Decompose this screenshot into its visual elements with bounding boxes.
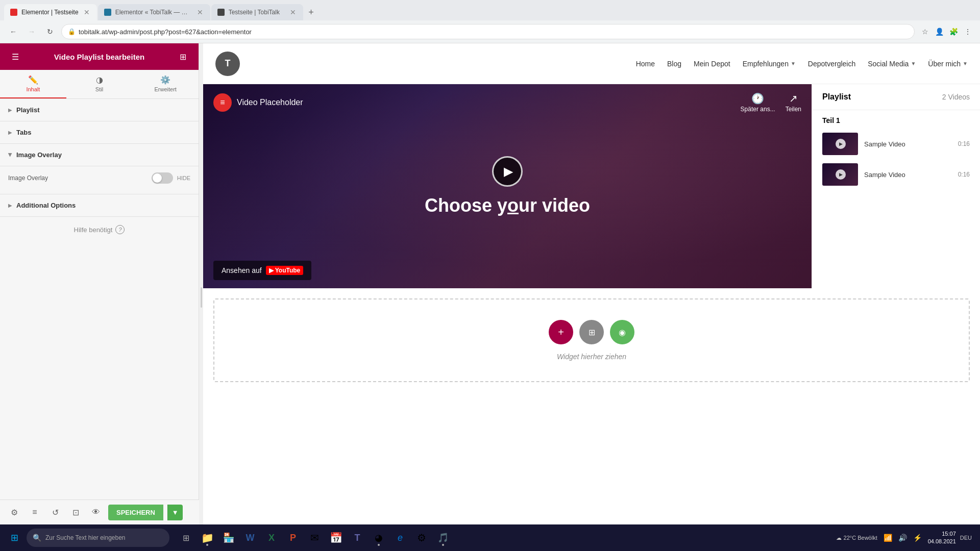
settings-toolbar-button[interactable]: ⚙	[6, 504, 22, 520]
social-media-dropdown-icon: ▼	[911, 61, 916, 66]
taskbar-app-settings[interactable]: ⚙	[411, 528, 432, 548]
section-additional-options-title: Additional Options	[16, 202, 76, 209]
nav-blog[interactable]: Blog	[667, 60, 681, 68]
taskbar-app-spotify[interactable]: 🎵	[433, 528, 453, 548]
taskbar-app-calendar[interactable]: 📅	[326, 528, 346, 548]
section-tabs-header[interactable]: ▶ Tabs	[0, 121, 199, 144]
taskbar-app-teams[interactable]: T	[347, 528, 368, 548]
video-footer: Ansehen auf ▶ YouTube	[203, 253, 812, 288]
network-icon[interactable]: 📶	[881, 532, 894, 544]
taskbar-weather[interactable]: ☁ 22°C Bewölkt	[836, 535, 877, 541]
section-playlist-header[interactable]: ▶ Playlist	[0, 99, 199, 121]
resize-handle[interactable]	[199, 43, 203, 551]
taskbar-date-display: 04.08.2021	[928, 538, 956, 545]
additional-options-arrow-icon: ▶	[8, 203, 12, 208]
tab-1[interactable]: Elementor | Testseite ✕	[4, 4, 97, 20]
main-container: ☰ Video Playlist bearbeiten ⊞ ✏️ Inhalt …	[0, 43, 980, 551]
playlist-item-1[interactable]: ▶ Sample Video 0:16	[822, 129, 970, 159]
section-additional-options-header[interactable]: ▶ Additional Options	[0, 194, 199, 217]
taskbar-app-excel[interactable]: X	[261, 528, 282, 548]
playlist-title: Playlist	[822, 92, 851, 102]
tab-3[interactable]: Testseite | TobiTalk ✕	[211, 4, 303, 20]
playlist-arrow-icon: ▶	[8, 107, 12, 113]
playlist-item-title-1: Sample Video	[864, 140, 952, 148]
section-image-overlay-title: Image Overlay	[16, 151, 62, 159]
edge-icon: e	[398, 533, 403, 543]
section-image-overlay-header[interactable]: ▶ Image Overlay	[0, 144, 199, 166]
playlist-thumb-2: ▶	[822, 163, 858, 186]
taskbar-search[interactable]: 🔍 Zur Suche Text hier eingeben	[27, 529, 169, 547]
tab-close-1[interactable]: ✕	[83, 7, 91, 17]
play-button[interactable]: ▶	[492, 156, 523, 187]
profile-icon[interactable]: 👤	[933, 26, 945, 38]
playlist-item-2[interactable]: ▶ Sample Video 0:16	[822, 159, 970, 190]
save-dropdown-button[interactable]: ▼	[167, 505, 183, 520]
taskbar-time[interactable]: 15:07 04.08.2021	[928, 530, 956, 546]
history-toolbar-button[interactable]: ↺	[47, 504, 63, 520]
playlist-item-duration-2: 0:16	[958, 171, 970, 178]
word-icon: W	[246, 533, 255, 543]
site-logo: T	[215, 52, 240, 76]
tab-erweitert-label: Erweitert	[154, 86, 176, 92]
playlist-section-title: Teil 1	[822, 116, 970, 124]
resize-handle-inner	[201, 287, 202, 308]
taskbar-app-explorer[interactable]: 📁	[197, 528, 217, 548]
powerpoint-icon: P	[290, 533, 296, 543]
preview-toolbar-button[interactable]: 👁	[88, 504, 104, 520]
taskbar-right: ☁ 22°C Bewölkt 📶 🔊 ⚡ 15:07 04.08.2021 DE…	[836, 530, 976, 546]
tab-close-3[interactable]: ✕	[289, 7, 297, 17]
taskbar-app-edge[interactable]: e	[390, 528, 410, 548]
nav-home[interactable]: Home	[636, 60, 655, 68]
nav-uber-mich[interactable]: Über mich ▼	[928, 60, 968, 68]
back-button[interactable]: ←	[6, 24, 20, 39]
forward-button[interactable]: →	[24, 24, 39, 39]
bookmark-icon[interactable]: ☆	[919, 26, 931, 38]
tab-2[interactable]: Elementor « TobiTalk — WordPre… ✕	[98, 4, 210, 20]
main-content: T Home Blog Mein Depot Empfehlungen ▼ De…	[203, 43, 980, 551]
taskbar-app-mail[interactable]: ✉	[304, 528, 325, 548]
reload-button[interactable]: ↻	[43, 24, 57, 39]
tab-bar: Elementor | Testseite ✕ Elementor « Tobi…	[0, 0, 980, 20]
tab-inhalt[interactable]: ✏️ Inhalt	[0, 70, 66, 98]
volume-icon[interactable]: 🔊	[896, 532, 909, 544]
taskbar-app-chrome[interactable]: ◕	[369, 528, 389, 548]
add-widget-button[interactable]: +	[549, 320, 573, 344]
tab-label-3: Testseite | TobiTalk	[229, 9, 285, 16]
section-playlist-title: Playlist	[16, 106, 40, 114]
hamburger-icon[interactable]: ☰	[8, 49, 22, 64]
image-overlay-toggle[interactable]	[152, 172, 173, 184]
elementor-button[interactable]: ◉	[610, 320, 634, 344]
nav-social-media[interactable]: Social Media ▼	[868, 60, 916, 68]
menu-icon[interactable]: ⋮	[962, 26, 974, 38]
extensions-icon[interactable]: 🧩	[947, 26, 960, 38]
responsive-toolbar-button[interactable]: ⊡	[67, 504, 84, 520]
watch-on-youtube-button[interactable]: Ansehen auf ▶ YouTube	[213, 261, 311, 280]
layers-toolbar-button[interactable]: ≡	[27, 504, 43, 520]
taskbar-app-store[interactable]: 🏪	[218, 528, 239, 548]
folder-button[interactable]: ⊞	[579, 320, 604, 344]
battery-icon[interactable]: ⚡	[911, 532, 924, 544]
tab-close-2[interactable]: ✕	[196, 7, 204, 17]
grid-icon[interactable]: ⊞	[176, 49, 190, 64]
url-bar[interactable]: 🔒 tobitalk.at/wp-admin/post.php?post=627…	[61, 24, 915, 39]
sidebar-content: ▶ Playlist ▶ Tabs ▶ Image Overlay Image …	[0, 99, 199, 551]
nav-depotvergleich[interactable]: Depotvergleich	[808, 60, 855, 68]
new-tab-button[interactable]: +	[304, 5, 318, 19]
calendar-icon: 📅	[330, 532, 342, 544]
taskbar-app-powerpoint[interactable]: P	[283, 528, 303, 548]
taskbar-app-word[interactable]: W	[240, 528, 260, 548]
taskbar-app-taskview[interactable]: ⊞	[176, 528, 196, 548]
nav-empfehlungen[interactable]: Empfehlungen ▼	[743, 60, 796, 68]
uber-mich-dropdown-icon: ▼	[963, 61, 968, 66]
taskbar-apps: ⊞ 📁 🏪 W X P ✉ 📅 T ◕ e	[176, 528, 453, 548]
weather-icon: ☁	[836, 535, 842, 541]
tab-erweitert[interactable]: ⚙️ Erweitert	[132, 70, 199, 98]
browser-actions: ☆ 👤 🧩 ⋮	[919, 26, 974, 38]
start-button[interactable]: ⊞	[4, 528, 24, 548]
playlist-thumb-play-1: ▶	[836, 139, 846, 149]
playlist-sidebar: Playlist 2 Videos Teil 1 ▶ Sample Video …	[812, 84, 980, 288]
nav-mein-depot[interactable]: Mein Depot	[694, 60, 730, 68]
tab-stil[interactable]: ◑ Stil	[66, 70, 133, 98]
save-button[interactable]: SPEICHERN	[108, 505, 163, 520]
help-section[interactable]: Hilfe benötigt ?	[0, 217, 199, 242]
